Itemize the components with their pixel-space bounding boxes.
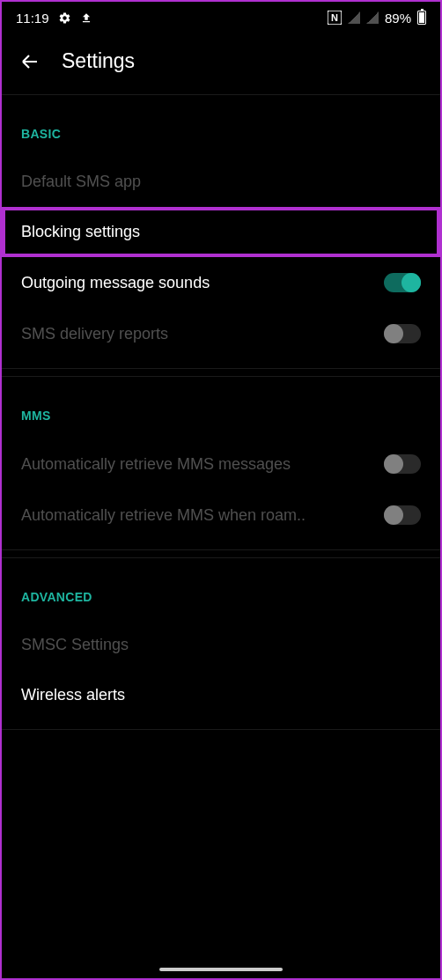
default-sms-app-item[interactable]: Default SMS app (2, 157, 440, 207)
default-sms-app-label: Default SMS app (21, 173, 151, 191)
status-bar: 11:19 N 89% (2, 2, 440, 33)
nfc-icon: N (328, 11, 342, 25)
auto-retrieve-roaming-label: Automatically retrieve MMS when roam.. (21, 506, 316, 525)
upload-icon (80, 11, 92, 25)
status-time: 11:19 (16, 11, 49, 26)
section-header-basic: BASIC (2, 95, 440, 157)
auto-retrieve-roaming-toggle[interactable] (384, 505, 421, 525)
page-title: Settings (62, 49, 135, 73)
toggle-knob (401, 273, 421, 292)
toggle-knob (384, 324, 403, 343)
auto-retrieve-roaming-item[interactable]: Automatically retrieve MMS when roam.. (2, 490, 440, 541)
nav-handle[interactable] (159, 968, 283, 971)
section-header-mms: MMS (2, 377, 440, 438)
gear-icon (58, 11, 71, 25)
auto-retrieve-mms-label: Automatically retrieve MMS messages (21, 455, 301, 474)
section-mms: MMS Automatically retrieve MMS messages … (2, 376, 440, 550)
outgoing-sounds-label: Outgoing message sounds (21, 274, 220, 292)
auto-retrieve-mms-item[interactable]: Automatically retrieve MMS messages (2, 438, 440, 490)
svg-text:N: N (331, 12, 338, 23)
signal-icon-2 (366, 11, 379, 24)
outgoing-sounds-toggle[interactable] (384, 273, 421, 292)
blocking-settings-label: Blocking settings (21, 223, 151, 241)
battery-icon (417, 11, 426, 25)
section-advanced: ADVANCED SMSC Settings Wireless alerts (2, 557, 440, 730)
smsc-settings-item[interactable]: SMSC Settings (2, 620, 440, 670)
auto-retrieve-mms-toggle[interactable] (384, 454, 421, 474)
outgoing-sounds-item[interactable]: Outgoing message sounds (2, 257, 440, 308)
back-button[interactable] (19, 51, 41, 72)
app-header: Settings (2, 33, 440, 94)
toggle-knob (384, 454, 403, 474)
section-basic: BASIC Default SMS app Blocking settings … (2, 94, 440, 369)
toggle-knob (384, 505, 403, 525)
sms-delivery-label: SMS delivery reports (21, 325, 179, 343)
sms-delivery-item[interactable]: SMS delivery reports (2, 308, 440, 359)
wireless-alerts-item[interactable]: Wireless alerts (2, 670, 440, 720)
battery-percent: 89% (385, 11, 411, 26)
sms-delivery-toggle[interactable] (384, 324, 421, 343)
wireless-alerts-label: Wireless alerts (21, 686, 136, 704)
signal-icon-1 (348, 11, 360, 24)
smsc-settings-label: SMSC Settings (21, 636, 139, 654)
section-header-advanced: ADVANCED (2, 558, 440, 620)
blocking-settings-item[interactable]: Blocking settings (2, 207, 440, 257)
